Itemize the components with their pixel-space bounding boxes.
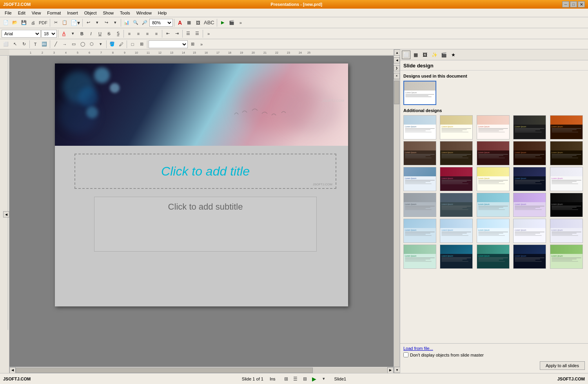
font-name-select[interactable]: Arial — [2, 30, 41, 38]
draw-btn[interactable]: ⬜ — [2, 40, 10, 49]
align-left[interactable]: ≡ — [125, 29, 134, 38]
design-thumb-18[interactable]: Lorem Ipsum — [477, 193, 510, 217]
menu-file[interactable]: File — [2, 10, 15, 16]
panel-icon-insert[interactable]: 🖼 — [421, 51, 429, 59]
design-thumb-4[interactable]: Lorem Ipsum — [513, 115, 546, 139]
print-btn[interactable]: 🖨 — [29, 18, 37, 27]
close-button[interactable]: ✕ — [578, 1, 585, 7]
paste-btn[interactable]: 📄▾ — [69, 18, 81, 27]
design-thumb-2[interactable]: Lorem Ipsum — [440, 115, 473, 139]
fill-color[interactable]: 🪣 — [108, 40, 116, 49]
redo-arrow[interactable]: ▾ — [111, 18, 120, 27]
design-thumb-6[interactable]: Lorem Ipsum — [403, 141, 436, 165]
indent-dec[interactable]: ⇤ — [163, 29, 172, 38]
menu-window[interactable]: Window — [133, 10, 155, 16]
outline-view-btn[interactable]: ☰ — [291, 375, 300, 383]
spell-check[interactable]: ABC — [203, 18, 216, 27]
menu-edit[interactable]: Edit — [15, 10, 29, 16]
design-thumb-3[interactable]: Lorem Ipsum — [477, 115, 510, 139]
italic-btn[interactable]: I — [87, 29, 95, 38]
menu-help[interactable]: Help — [155, 10, 170, 16]
arrow-tool[interactable]: → — [60, 40, 69, 49]
open-btn[interactable]: 📂 — [11, 18, 19, 27]
shadow-btn[interactable]: S̲ — [114, 29, 122, 38]
slideshow-btn[interactable]: ▶ — [310, 375, 319, 383]
zoom-in[interactable]: 🔍 — [131, 18, 140, 27]
design-thumb-24[interactable]: Lorem Ipsum — [513, 219, 546, 243]
insert-table[interactable]: ▦ — [185, 18, 193, 27]
menu-view[interactable]: View — [29, 10, 44, 16]
align-justify[interactable]: ≡ — [152, 29, 161, 38]
panel-toggle-2[interactable]: ❯ — [394, 65, 400, 71]
font-color-arrow[interactable]: ▾ — [69, 29, 77, 38]
more-btn[interactable]: » — [236, 18, 245, 27]
apply-all-slides-button[interactable]: Apply to all slides — [540, 361, 585, 370]
indent-inc[interactable]: ⇥ — [172, 29, 181, 38]
design-thumb-13[interactable]: Lorem Ipsum — [477, 167, 510, 191]
underline-btn[interactable]: U — [96, 29, 104, 38]
collapse-left[interactable]: ◀ — [3, 211, 9, 217]
scroll-right-btn[interactable]: ▶ — [387, 367, 394, 373]
normal-view-btn[interactable]: ⊞ — [282, 375, 290, 383]
window-controls[interactable]: ─ □ ✕ — [562, 1, 585, 7]
scroll-up-btn[interactable]: ▲ — [394, 49, 400, 56]
menu-tools[interactable]: Tools — [117, 10, 133, 16]
design-thumb-27[interactable]: Lorem Ipsum — [440, 245, 473, 269]
line-tool[interactable]: ╱ — [51, 40, 60, 49]
design-thumb-25[interactable]: Lorem Ipsum — [550, 219, 583, 243]
scroll-left-btn[interactable]: ◀ — [9, 367, 16, 373]
zoom-out[interactable]: 🔎 — [140, 18, 149, 27]
shapes-more[interactable]: ▾ — [96, 40, 105, 49]
save-btn[interactable]: 💾 — [20, 18, 28, 27]
panel-icon-design[interactable]: ⬜ — [402, 51, 410, 59]
bold-btn[interactable]: B — [78, 29, 86, 38]
subtitle-placeholder[interactable]: Click to add subtitle — [94, 197, 317, 252]
title-placeholder[interactable]: Click to add title JSOFTJ.COM — [74, 154, 336, 189]
insert-img[interactable]: 🖼 — [194, 18, 202, 27]
panel-icon-layout[interactable]: ▦ — [411, 51, 420, 59]
menu-insert[interactable]: Insert — [64, 10, 81, 16]
design-thumb-7[interactable]: Lorem Ipsum — [440, 141, 473, 165]
grid-btn[interactable]: ⊞ — [188, 40, 197, 49]
text-btn[interactable]: A — [176, 18, 184, 27]
table-tool[interactable]: ⊞ — [137, 40, 146, 49]
design-thumb-8[interactable]: Lorem Ipsum — [477, 141, 510, 165]
design-thumb-used-1[interactable]: Lorem Ipsum — [403, 81, 436, 105]
design-thumb-1[interactable]: Lorem Ipsum — [403, 115, 436, 139]
panel-icon-nav[interactable]: ★ — [449, 51, 457, 59]
text-box[interactable]: T — [31, 40, 40, 49]
menu-show[interactable]: Show — [100, 10, 117, 16]
design-thumb-28[interactable]: Lorem Ipsum — [477, 245, 510, 269]
font-color-btn[interactable]: A — [60, 29, 68, 38]
design-thumb-20[interactable]: Lorem Ipsum — [550, 193, 583, 217]
panel-icon-animation[interactable]: 🎬 — [439, 51, 448, 59]
design-thumb-16[interactable]: Lorem Ipsum — [403, 193, 436, 217]
design-thumb-9[interactable]: Lorem Ipsum — [513, 141, 546, 165]
font-combo2[interactable] — [149, 40, 188, 48]
design-thumb-19[interactable]: Lorem Ipsum — [513, 193, 546, 217]
design-thumb-29[interactable]: Lorem Ipsum — [513, 245, 546, 269]
panel-icon-effects[interactable]: ✨ — [430, 51, 439, 59]
insert-chart[interactable]: 📊 — [122, 18, 131, 27]
pdf-btn[interactable]: PDF — [38, 18, 49, 27]
minimize-button[interactable]: ─ — [562, 1, 569, 7]
design-thumb-26[interactable]: Lorem Ipsum — [403, 245, 436, 269]
rect-tool[interactable]: ▭ — [69, 40, 78, 49]
h-scrollbar[interactable]: ◀ ▶ — [9, 367, 394, 373]
design-thumb-5[interactable]: Lorem Ipsum — [550, 115, 583, 139]
list-bullets[interactable]: ☰ — [184, 29, 192, 38]
start-show[interactable]: ▶ — [218, 18, 227, 27]
animation[interactable]: 🎬 — [227, 18, 236, 27]
select-obj[interactable]: ↖ — [11, 40, 19, 49]
rotate-obj[interactable]: ↻ — [20, 40, 28, 49]
new-btn[interactable]: 📄 — [2, 18, 10, 27]
shadow-effect[interactable]: □ — [128, 40, 137, 49]
design-thumb-11[interactable]: Lorem Ipsum — [403, 167, 436, 191]
design-thumb-14[interactable]: Lorem Ipsum — [513, 167, 546, 191]
menu-object[interactable]: Object — [81, 10, 100, 16]
scroll-down-btn[interactable]: ▼ — [394, 367, 400, 373]
list-numbered[interactable]: ☰ — [193, 29, 201, 38]
strikethrough-btn[interactable]: S — [105, 29, 113, 38]
text-box2[interactable]: 🔤 — [40, 40, 49, 49]
panel-scroll-area[interactable]: Designs used in this document Lorem Ipsu… — [400, 71, 588, 343]
